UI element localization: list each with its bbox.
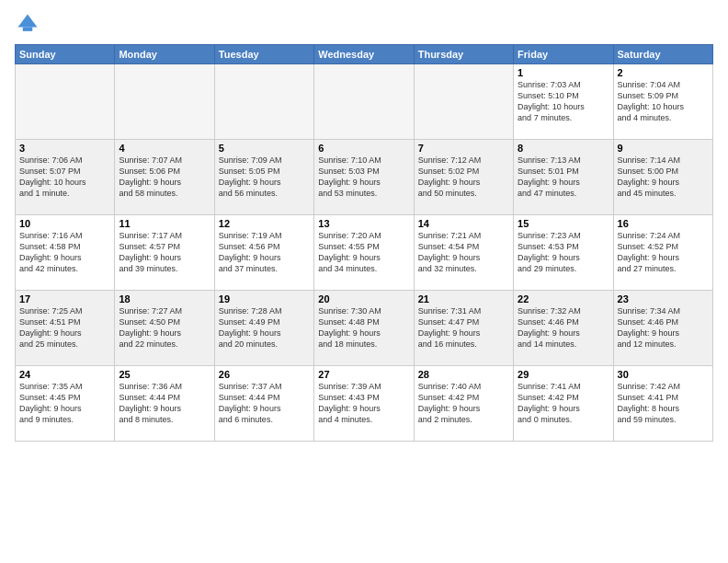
calendar-header [15, 11, 713, 37]
calendar-week-row: 24Sunrise: 7:35 AM Sunset: 4:45 PM Dayli… [16, 366, 713, 442]
calendar-table: SundayMondayTuesdayWednesdayThursdayFrid… [15, 44, 713, 442]
day-info: Sunrise: 7:06 AM Sunset: 5:07 PM Dayligh… [19, 155, 110, 200]
logo-icon [15, 11, 40, 37]
calendar-day-cell: 11Sunrise: 7:17 AM Sunset: 4:57 PM Dayli… [115, 215, 214, 291]
day-info: Sunrise: 7:30 AM Sunset: 4:48 PM Dayligh… [318, 305, 409, 350]
day-info: Sunrise: 7:41 AM Sunset: 4:42 PM Dayligh… [518, 381, 609, 426]
day-info: Sunrise: 7:10 AM Sunset: 5:03 PM Dayligh… [318, 155, 409, 200]
day-info: Sunrise: 7:34 AM Sunset: 4:46 PM Dayligh… [618, 305, 709, 350]
calendar-day-cell: 27Sunrise: 7:39 AM Sunset: 4:43 PM Dayli… [314, 366, 414, 442]
day-number: 9 [618, 143, 709, 154]
day-info: Sunrise: 7:12 AM Sunset: 5:02 PM Dayligh… [418, 155, 509, 200]
weekday-header-friday: Friday [514, 45, 613, 64]
day-number: 21 [418, 293, 509, 304]
day-number: 13 [318, 218, 409, 229]
calendar-week-row: 17Sunrise: 7:25 AM Sunset: 4:51 PM Dayli… [16, 291, 713, 366]
day-info: Sunrise: 7:20 AM Sunset: 4:55 PM Dayligh… [318, 230, 409, 275]
calendar-day-cell: 26Sunrise: 7:37 AM Sunset: 4:44 PM Dayli… [214, 366, 313, 442]
weekday-header-wednesday: Wednesday [314, 45, 414, 64]
calendar-day-cell: 6Sunrise: 7:10 AM Sunset: 5:03 PM Daylig… [314, 140, 414, 215]
day-info: Sunrise: 7:03 AM Sunset: 5:10 PM Dayligh… [518, 79, 609, 124]
day-info: Sunrise: 7:27 AM Sunset: 4:50 PM Dayligh… [119, 305, 210, 350]
calendar-day-cell [314, 64, 414, 140]
weekday-header-thursday: Thursday [414, 45, 513, 64]
day-number: 26 [219, 369, 310, 380]
day-number: 28 [418, 369, 509, 380]
day-info: Sunrise: 7:16 AM Sunset: 4:58 PM Dayligh… [19, 230, 110, 275]
day-number: 15 [518, 218, 609, 229]
day-number: 22 [518, 293, 609, 304]
calendar-day-cell: 7Sunrise: 7:12 AM Sunset: 5:02 PM Daylig… [414, 140, 513, 215]
day-info: Sunrise: 7:14 AM Sunset: 5:00 PM Dayligh… [618, 155, 709, 200]
calendar-day-cell [115, 64, 214, 140]
calendar-day-cell: 4Sunrise: 7:07 AM Sunset: 5:06 PM Daylig… [115, 140, 214, 215]
day-number: 2 [618, 67, 709, 78]
calendar-week-row: 10Sunrise: 7:16 AM Sunset: 4:58 PM Dayli… [16, 215, 713, 291]
day-info: Sunrise: 7:21 AM Sunset: 4:54 PM Dayligh… [418, 230, 509, 275]
day-info: Sunrise: 7:24 AM Sunset: 4:52 PM Dayligh… [618, 230, 709, 275]
svg-rect-1 [23, 28, 33, 31]
day-number: 24 [19, 369, 110, 380]
calendar-day-cell: 5Sunrise: 7:09 AM Sunset: 5:05 PM Daylig… [214, 140, 313, 215]
calendar-week-row: 1Sunrise: 7:03 AM Sunset: 5:10 PM Daylig… [16, 64, 713, 140]
calendar-day-cell: 22Sunrise: 7:32 AM Sunset: 4:46 PM Dayli… [514, 291, 613, 366]
day-info: Sunrise: 7:36 AM Sunset: 4:44 PM Dayligh… [119, 381, 210, 426]
calendar-day-cell: 17Sunrise: 7:25 AM Sunset: 4:51 PM Dayli… [16, 291, 115, 366]
day-number: 11 [119, 218, 210, 229]
calendar-day-cell: 13Sunrise: 7:20 AM Sunset: 4:55 PM Dayli… [314, 215, 414, 291]
day-number: 8 [518, 143, 609, 154]
day-number: 16 [618, 218, 709, 229]
weekday-header-row: SundayMondayTuesdayWednesdayThursdayFrid… [16, 45, 713, 64]
calendar-day-cell [414, 64, 513, 140]
day-info: Sunrise: 7:35 AM Sunset: 4:45 PM Dayligh… [19, 381, 110, 426]
day-number: 18 [119, 293, 210, 304]
day-info: Sunrise: 7:31 AM Sunset: 4:47 PM Dayligh… [418, 305, 509, 350]
day-number: 1 [518, 67, 609, 78]
weekday-header-monday: Monday [115, 45, 214, 64]
day-info: Sunrise: 7:40 AM Sunset: 4:42 PM Dayligh… [418, 381, 509, 426]
day-number: 29 [518, 369, 609, 380]
day-info: Sunrise: 7:25 AM Sunset: 4:51 PM Dayligh… [19, 305, 110, 350]
day-number: 23 [618, 293, 709, 304]
calendar-day-cell: 16Sunrise: 7:24 AM Sunset: 4:52 PM Dayli… [613, 215, 712, 291]
calendar-day-cell: 2Sunrise: 7:04 AM Sunset: 5:09 PM Daylig… [613, 64, 712, 140]
day-info: Sunrise: 7:42 AM Sunset: 4:41 PM Dayligh… [618, 381, 709, 426]
day-info: Sunrise: 7:37 AM Sunset: 4:44 PM Dayligh… [219, 381, 310, 426]
calendar-day-cell: 1Sunrise: 7:03 AM Sunset: 5:10 PM Daylig… [514, 64, 613, 140]
day-info: Sunrise: 7:04 AM Sunset: 5:09 PM Dayligh… [618, 79, 709, 124]
day-info: Sunrise: 7:19 AM Sunset: 4:56 PM Dayligh… [219, 230, 310, 275]
day-number: 17 [19, 293, 110, 304]
day-number: 4 [119, 143, 210, 154]
calendar-day-cell: 18Sunrise: 7:27 AM Sunset: 4:50 PM Dayli… [115, 291, 214, 366]
calendar-day-cell: 3Sunrise: 7:06 AM Sunset: 5:07 PM Daylig… [16, 140, 115, 215]
calendar-day-cell: 24Sunrise: 7:35 AM Sunset: 4:45 PM Dayli… [16, 366, 115, 442]
calendar-day-cell: 14Sunrise: 7:21 AM Sunset: 4:54 PM Dayli… [414, 215, 513, 291]
day-number: 14 [418, 218, 509, 229]
calendar-day-cell: 30Sunrise: 7:42 AM Sunset: 4:41 PM Dayli… [613, 366, 712, 442]
calendar-day-cell: 12Sunrise: 7:19 AM Sunset: 4:56 PM Dayli… [214, 215, 313, 291]
calendar-week-row: 3Sunrise: 7:06 AM Sunset: 5:07 PM Daylig… [16, 140, 713, 215]
calendar-day-cell: 8Sunrise: 7:13 AM Sunset: 5:01 PM Daylig… [514, 140, 613, 215]
calendar-day-cell: 23Sunrise: 7:34 AM Sunset: 4:46 PM Dayli… [613, 291, 712, 366]
day-info: Sunrise: 7:07 AM Sunset: 5:06 PM Dayligh… [119, 155, 210, 200]
day-number: 12 [219, 218, 310, 229]
calendar-day-cell: 15Sunrise: 7:23 AM Sunset: 4:53 PM Dayli… [514, 215, 613, 291]
day-number: 10 [19, 218, 110, 229]
day-number: 19 [219, 293, 310, 304]
calendar-day-cell: 29Sunrise: 7:41 AM Sunset: 4:42 PM Dayli… [514, 366, 613, 442]
day-number: 25 [119, 369, 210, 380]
calendar-day-cell: 25Sunrise: 7:36 AM Sunset: 4:44 PM Dayli… [115, 366, 214, 442]
weekday-header-tuesday: Tuesday [214, 45, 313, 64]
svg-marker-0 [18, 15, 38, 28]
calendar-day-cell: 20Sunrise: 7:30 AM Sunset: 4:48 PM Dayli… [314, 291, 414, 366]
day-number: 5 [219, 143, 310, 154]
day-info: Sunrise: 7:13 AM Sunset: 5:01 PM Dayligh… [518, 155, 609, 200]
day-info: Sunrise: 7:23 AM Sunset: 4:53 PM Dayligh… [518, 230, 609, 275]
calendar-day-cell: 10Sunrise: 7:16 AM Sunset: 4:58 PM Dayli… [16, 215, 115, 291]
day-number: 20 [318, 293, 409, 304]
calendar-day-cell [16, 64, 115, 140]
logo [15, 11, 44, 37]
day-info: Sunrise: 7:39 AM Sunset: 4:43 PM Dayligh… [318, 381, 409, 426]
day-number: 27 [318, 369, 409, 380]
calendar-day-cell: 21Sunrise: 7:31 AM Sunset: 4:47 PM Dayli… [414, 291, 513, 366]
